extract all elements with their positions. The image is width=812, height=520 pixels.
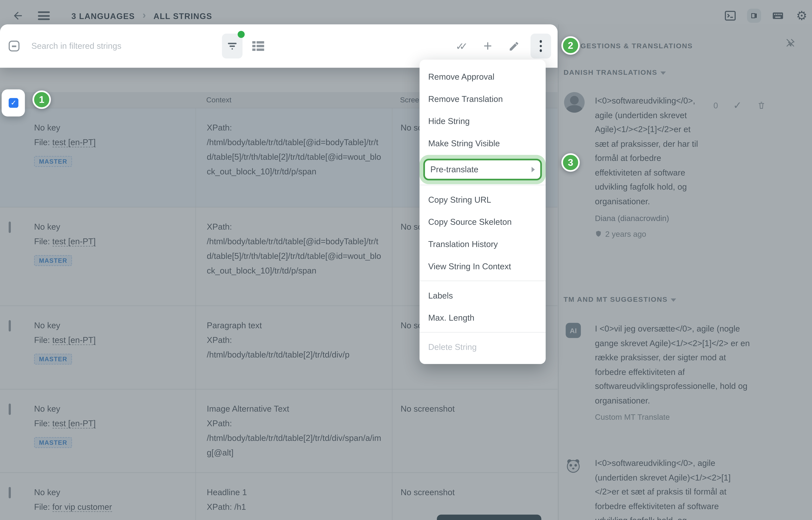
menu-item-copy-string-url[interactable]: Copy String URL bbox=[419, 188, 546, 211]
menu-separator bbox=[419, 332, 546, 333]
menu-item-copy-source-skeleton[interactable]: Copy Source Skeleton bbox=[419, 211, 546, 233]
add-string-icon[interactable]: + bbox=[479, 34, 497, 58]
menu-separator bbox=[419, 281, 546, 281]
editor-screen: 3 LANGUAGES › ALL STRINGS ⚙ Key Context bbox=[0, 0, 812, 520]
filter-button[interactable] bbox=[222, 34, 243, 58]
menu-item-translation-history[interactable]: Translation History bbox=[419, 233, 546, 255]
menu-separator bbox=[419, 185, 546, 185]
menu-item-max-length[interactable]: Max. Length bbox=[419, 307, 546, 329]
submenu-arrow-icon bbox=[532, 167, 535, 172]
edit-icon[interactable] bbox=[505, 34, 523, 58]
menu-item-hide-string[interactable]: Hide String bbox=[419, 110, 546, 132]
tutorial-marker-1[interactable]: 1 bbox=[32, 90, 51, 109]
row-checkbox-checked[interactable]: ✓ bbox=[9, 98, 18, 108]
search-input[interactable] bbox=[30, 41, 182, 52]
collapse-search-icon[interactable] bbox=[9, 41, 20, 52]
menu-item-delete-string: Delete String bbox=[419, 336, 546, 358]
view-mode-icon[interactable] bbox=[249, 34, 267, 58]
string-context-menu: Remove Approval Remove Translation Hide … bbox=[419, 60, 546, 364]
tutorial-marker-2[interactable]: 2 bbox=[561, 36, 580, 55]
menu-item-remove-approval[interactable]: Remove Approval bbox=[419, 66, 546, 88]
approve-all-icon[interactable]: ✓✓ bbox=[453, 34, 471, 58]
menu-item-view-string-in-context[interactable]: View String In Context bbox=[419, 255, 546, 277]
checkbox-spotlight: ✓ bbox=[2, 89, 25, 116]
menu-item-make-string-visible[interactable]: Make String Visible bbox=[419, 132, 546, 154]
menu-item-labels[interactable]: Labels bbox=[419, 284, 546, 307]
more-actions-button[interactable] bbox=[531, 34, 551, 58]
tutorial-marker-3[interactable]: 3 bbox=[561, 153, 580, 172]
menu-item-pre-translate[interactable]: Pre-translate bbox=[423, 159, 542, 180]
tutorial-dim-overlay bbox=[0, 0, 812, 520]
filter-active-dot bbox=[237, 31, 245, 38]
menu-item-remove-translation[interactable]: Remove Translation bbox=[419, 88, 546, 110]
